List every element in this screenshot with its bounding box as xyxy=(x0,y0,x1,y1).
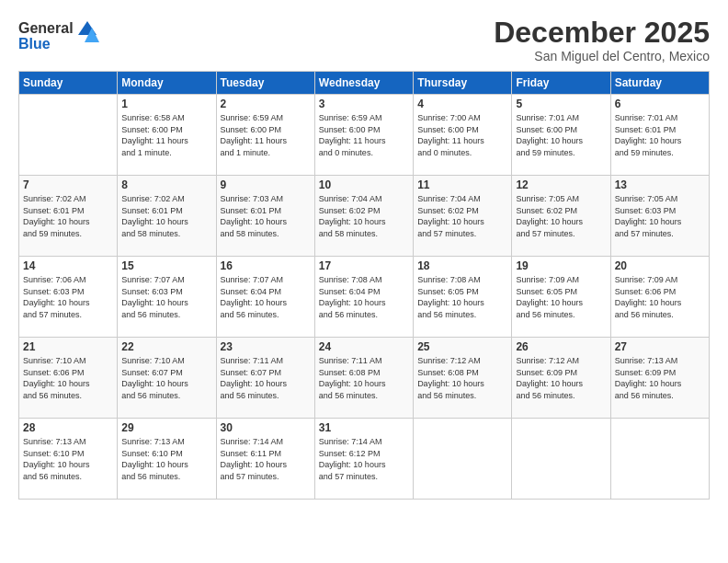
day-number: 18 xyxy=(417,259,507,272)
calendar-cell: 25Sunrise: 7:12 AM Sunset: 6:08 PM Dayli… xyxy=(414,338,512,419)
header-area: General Blue December 2025 San Miguel de… xyxy=(18,17,710,63)
day-number: 30 xyxy=(221,421,311,434)
header-row: Sunday Monday Tuesday Wednesday Thursday… xyxy=(19,72,710,95)
month-title: December 2025 xyxy=(494,17,710,49)
calendar-cell: 16Sunrise: 7:07 AM Sunset: 6:04 PM Dayli… xyxy=(216,257,314,338)
calendar-table: Sunday Monday Tuesday Wednesday Thursday… xyxy=(18,71,710,500)
calendar-cell: 14Sunrise: 7:06 AM Sunset: 6:03 PM Dayli… xyxy=(19,257,118,338)
day-number: 6 xyxy=(615,98,705,110)
day-number: 21 xyxy=(23,340,113,353)
week-row-5: 28Sunrise: 7:13 AM Sunset: 6:10 PM Dayli… xyxy=(19,419,710,500)
day-number: 13 xyxy=(615,178,705,191)
calendar-cell xyxy=(610,419,709,500)
header-sunday: Sunday xyxy=(19,72,118,95)
day-number: 9 xyxy=(221,178,311,191)
day-info: Sunrise: 7:05 AM Sunset: 6:03 PM Dayligh… xyxy=(615,193,705,239)
calendar-cell: 1Sunrise: 6:58 AM Sunset: 6:00 PM Daylig… xyxy=(118,95,216,176)
calendar-cell: 6Sunrise: 7:01 AM Sunset: 6:01 PM Daylig… xyxy=(610,95,709,176)
calendar-cell: 26Sunrise: 7:12 AM Sunset: 6:09 PM Dayli… xyxy=(512,338,610,419)
day-info: Sunrise: 6:58 AM Sunset: 6:00 PM Dayligh… xyxy=(121,112,211,158)
calendar-cell: 4Sunrise: 7:00 AM Sunset: 6:00 PM Daylig… xyxy=(414,95,512,176)
header-wednesday: Wednesday xyxy=(314,72,413,95)
day-number: 25 xyxy=(417,340,507,353)
calendar-cell xyxy=(512,419,610,500)
calendar-cell: 17Sunrise: 7:08 AM Sunset: 6:04 PM Dayli… xyxy=(314,257,413,338)
day-info: Sunrise: 7:10 AM Sunset: 6:07 PM Dayligh… xyxy=(121,355,211,401)
day-number: 3 xyxy=(319,98,409,110)
calendar-cell: 20Sunrise: 7:09 AM Sunset: 6:06 PM Dayli… xyxy=(610,257,709,338)
day-info: Sunrise: 7:00 AM Sunset: 6:00 PM Dayligh… xyxy=(417,112,507,158)
day-number: 5 xyxy=(516,98,606,110)
logo: General Blue xyxy=(18,17,101,57)
day-info: Sunrise: 7:06 AM Sunset: 6:03 PM Dayligh… xyxy=(23,274,113,320)
calendar-page: General Blue December 2025 San Miguel de… xyxy=(0,0,728,563)
day-number: 14 xyxy=(23,259,113,272)
day-number: 22 xyxy=(121,340,211,353)
day-info: Sunrise: 7:11 AM Sunset: 6:08 PM Dayligh… xyxy=(319,355,409,401)
header-saturday: Saturday xyxy=(610,72,709,95)
day-number: 26 xyxy=(516,340,606,353)
title-area: December 2025 San Miguel del Centro, Mex… xyxy=(494,17,710,63)
day-number: 1 xyxy=(121,98,211,110)
calendar-cell xyxy=(414,419,512,500)
day-info: Sunrise: 7:02 AM Sunset: 6:01 PM Dayligh… xyxy=(23,193,113,239)
calendar-cell: 31Sunrise: 7:14 AM Sunset: 6:12 PM Dayli… xyxy=(314,419,413,500)
logo-text: General Blue xyxy=(18,17,101,57)
calendar-cell: 22Sunrise: 7:10 AM Sunset: 6:07 PM Dayli… xyxy=(118,338,216,419)
day-info: Sunrise: 7:03 AM Sunset: 6:01 PM Dayligh… xyxy=(221,193,311,239)
calendar-cell: 5Sunrise: 7:01 AM Sunset: 6:00 PM Daylig… xyxy=(512,95,610,176)
day-info: Sunrise: 7:10 AM Sunset: 6:06 PM Dayligh… xyxy=(23,355,113,401)
day-number: 15 xyxy=(121,259,211,272)
calendar-cell: 7Sunrise: 7:02 AM Sunset: 6:01 PM Daylig… xyxy=(19,176,118,257)
calendar-cell: 24Sunrise: 7:11 AM Sunset: 6:08 PM Dayli… xyxy=(314,338,413,419)
day-info: Sunrise: 7:09 AM Sunset: 6:05 PM Dayligh… xyxy=(516,274,606,320)
day-number: 16 xyxy=(221,259,311,272)
day-info: Sunrise: 7:05 AM Sunset: 6:02 PM Dayligh… xyxy=(516,193,606,239)
day-info: Sunrise: 7:08 AM Sunset: 6:04 PM Dayligh… xyxy=(319,274,409,320)
week-row-4: 21Sunrise: 7:10 AM Sunset: 6:06 PM Dayli… xyxy=(19,338,710,419)
day-info: Sunrise: 7:12 AM Sunset: 6:09 PM Dayligh… xyxy=(516,355,606,401)
calendar-cell: 15Sunrise: 7:07 AM Sunset: 6:03 PM Dayli… xyxy=(118,257,216,338)
calendar-cell: 11Sunrise: 7:04 AM Sunset: 6:02 PM Dayli… xyxy=(414,176,512,257)
calendar-cell: 30Sunrise: 7:14 AM Sunset: 6:11 PM Dayli… xyxy=(216,419,314,500)
calendar-cell: 10Sunrise: 7:04 AM Sunset: 6:02 PM Dayli… xyxy=(314,176,413,257)
day-info: Sunrise: 6:59 AM Sunset: 6:00 PM Dayligh… xyxy=(319,112,409,158)
location-subtitle: San Miguel del Centro, Mexico xyxy=(494,49,710,63)
header-thursday: Thursday xyxy=(414,72,512,95)
day-info: Sunrise: 7:04 AM Sunset: 6:02 PM Dayligh… xyxy=(319,193,409,239)
header-tuesday: Tuesday xyxy=(216,72,314,95)
header-monday: Monday xyxy=(118,72,216,95)
day-number: 29 xyxy=(121,421,211,434)
day-info: Sunrise: 7:01 AM Sunset: 6:01 PM Dayligh… xyxy=(615,112,705,158)
calendar-cell: 19Sunrise: 7:09 AM Sunset: 6:05 PM Dayli… xyxy=(512,257,610,338)
header-friday: Friday xyxy=(512,72,610,95)
svg-text:Blue: Blue xyxy=(18,36,51,52)
day-number: 31 xyxy=(319,421,409,434)
day-info: Sunrise: 7:12 AM Sunset: 6:08 PM Dayligh… xyxy=(417,355,507,401)
day-info: Sunrise: 7:13 AM Sunset: 6:10 PM Dayligh… xyxy=(23,436,113,482)
week-row-2: 7Sunrise: 7:02 AM Sunset: 6:01 PM Daylig… xyxy=(19,176,710,257)
day-number: 8 xyxy=(121,178,211,191)
day-info: Sunrise: 7:09 AM Sunset: 6:06 PM Dayligh… xyxy=(615,274,705,320)
svg-text:General: General xyxy=(18,20,74,36)
calendar-cell: 18Sunrise: 7:08 AM Sunset: 6:05 PM Dayli… xyxy=(414,257,512,338)
calendar-cell: 2Sunrise: 6:59 AM Sunset: 6:00 PM Daylig… xyxy=(216,95,314,176)
week-row-1: 1Sunrise: 6:58 AM Sunset: 6:00 PM Daylig… xyxy=(19,95,710,176)
day-number: 24 xyxy=(319,340,409,353)
day-info: Sunrise: 7:01 AM Sunset: 6:00 PM Dayligh… xyxy=(516,112,606,158)
day-info: Sunrise: 7:08 AM Sunset: 6:05 PM Dayligh… xyxy=(417,274,507,320)
day-number: 17 xyxy=(319,259,409,272)
day-number: 28 xyxy=(23,421,113,434)
day-number: 27 xyxy=(615,340,705,353)
day-info: Sunrise: 7:14 AM Sunset: 6:12 PM Dayligh… xyxy=(319,436,409,482)
day-info: Sunrise: 6:59 AM Sunset: 6:00 PM Dayligh… xyxy=(221,112,311,158)
day-info: Sunrise: 7:02 AM Sunset: 6:01 PM Dayligh… xyxy=(121,193,211,239)
day-number: 19 xyxy=(516,259,606,272)
calendar-cell: 8Sunrise: 7:02 AM Sunset: 6:01 PM Daylig… xyxy=(118,176,216,257)
day-number: 23 xyxy=(221,340,311,353)
day-number: 10 xyxy=(319,178,409,191)
day-info: Sunrise: 7:07 AM Sunset: 6:04 PM Dayligh… xyxy=(221,274,311,320)
calendar-cell: 3Sunrise: 6:59 AM Sunset: 6:00 PM Daylig… xyxy=(314,95,413,176)
day-info: Sunrise: 7:04 AM Sunset: 6:02 PM Dayligh… xyxy=(417,193,507,239)
calendar-cell: 21Sunrise: 7:10 AM Sunset: 6:06 PM Dayli… xyxy=(19,338,118,419)
